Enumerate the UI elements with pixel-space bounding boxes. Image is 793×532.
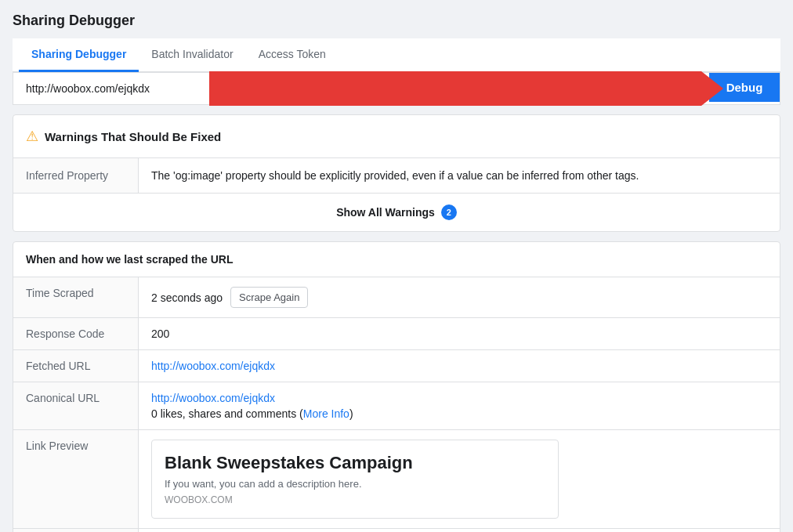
warnings-count-badge: 2 [441,204,457,220]
table-row: Fetched URL http://woobox.com/ejqkdx [13,350,780,382]
link-preview-domain: WOOBOX.COM [165,494,545,505]
table-row: Server IP 54.243.102.155 [13,529,780,532]
label-time-scraped: Time Scraped [13,277,139,317]
page-container: Sharing Debugger Sharing Debugger Batch … [0,0,793,532]
more-info-link[interactable]: More Info [303,407,349,420]
value-canonical-url: http://woobox.com/ejqkdx 0 likes, shares… [139,382,780,429]
tab-batch-invalidator[interactable]: Batch Invalidator [139,38,245,72]
canonical-url-link[interactable]: http://woobox.com/ejqkdx [151,392,275,404]
value-response-code: 200 [139,318,780,349]
scrape-info-card: When and how we last scraped the URL Tim… [13,241,780,532]
url-input[interactable] [13,73,709,104]
tab-sharing-debugger[interactable]: Sharing Debugger [19,38,139,72]
label-response-code: Response Code [13,318,139,349]
fetched-url-link[interactable]: http://woobox.com/ejqkdx [151,360,275,372]
label-server-ip: Server IP [13,529,139,532]
debug-button[interactable]: Debug [709,73,780,102]
table-row: Link Preview Blank Sweepstakes Campaign … [13,430,780,529]
show-all-warnings-section: Show All Warnings 2 [13,194,780,231]
value-fetched-url: http://woobox.com/ejqkdx [139,350,780,382]
value-link-preview: Blank Sweepstakes Campaign If you want, … [139,430,780,528]
value-time-scraped: 2 seconds ago Scrape Again [139,277,780,317]
label-canonical-url: Canonical URL [13,382,139,429]
info-table: Time Scraped 2 seconds ago Scrape Again … [13,277,780,532]
warnings-header: ⚠ Warnings That Should Be Fixed [13,115,780,158]
warnings-card: ⚠ Warnings That Should Be Fixed Inferred… [13,114,780,232]
warning-label: Inferred Property [13,158,139,193]
link-preview-title: Blank Sweepstakes Campaign [165,453,545,473]
warning-icon: ⚠ [26,128,38,145]
warning-value: The 'og:image' property should be explic… [139,158,780,193]
warnings-title: Warnings That Should Be Fixed [45,130,221,143]
label-link-preview: Link Preview [13,430,139,528]
link-preview-description: If you want, you can add a description h… [165,478,545,490]
table-row: Canonical URL http://woobox.com/ejqkdx 0… [13,382,780,430]
table-row: Time Scraped 2 seconds ago Scrape Again [13,277,780,318]
page-title: Sharing Debugger [13,13,780,29]
table-row: Response Code 200 [13,318,780,350]
show-all-warnings-button[interactable]: Show All Warnings [336,206,435,219]
label-fetched-url: Fetched URL [13,350,139,382]
scrape-card-header: When and how we last scraped the URL [13,242,780,277]
tabs-bar: Sharing Debugger Batch Invalidator Acces… [13,38,780,72]
warning-row: Inferred Property The 'og:image' propert… [13,158,780,194]
link-preview-box: Blank Sweepstakes Campaign If you want, … [151,440,559,519]
value-server-ip: 54.243.102.155 [139,529,780,532]
url-bar-section: Debug [13,72,780,105]
tab-access-token[interactable]: Access Token [246,38,339,72]
scrape-again-button[interactable]: Scrape Again [230,287,308,308]
